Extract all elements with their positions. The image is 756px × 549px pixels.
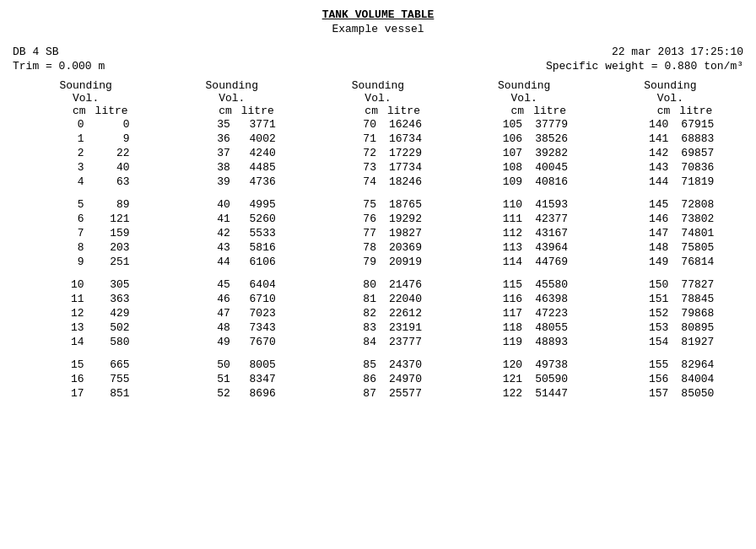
volume-value: 20369 [380, 240, 422, 255]
volume-value: 7670 [234, 335, 276, 349]
sounding-value: 1 [42, 132, 84, 146]
cell-group-3: 11646398 [451, 292, 597, 306]
volume-value: 37779 [526, 117, 568, 132]
sounding-value: 108 [480, 160, 522, 175]
sounding-value: 121 [480, 372, 522, 386]
cell-group-3: 11747223 [451, 306, 597, 320]
table-row: 1030545640480214761154558015077827 [13, 277, 743, 292]
cell-group-1: 435816 [159, 240, 305, 255]
data-table: 0035377170162461053777914067915193640027… [13, 117, 743, 401]
cell-group-4: 15582964 [597, 358, 743, 372]
sounding-value: 50 [188, 358, 230, 372]
sounding-value: 5 [42, 197, 84, 212]
cell-group-2: 7116734 [305, 132, 451, 146]
sounding-value: 47 [188, 306, 230, 320]
sounding-value: 73 [334, 160, 376, 175]
sounding-value: 109 [480, 175, 522, 189]
table-row: 612141526076192921114237714673802 [13, 212, 743, 226]
sounding-value: 87 [334, 386, 376, 401]
volume-value: 5260 [234, 212, 276, 226]
sounding-value: 83 [334, 320, 376, 335]
cell-group-1: 394736 [159, 175, 305, 189]
volume-value: 17229 [380, 146, 422, 160]
cell-group-1: 508005 [159, 358, 305, 372]
cell-group-3: 11041593 [451, 197, 597, 212]
sounding-value: 84 [334, 335, 376, 349]
cell-group-1: 528696 [159, 386, 305, 401]
cell-group-4: 15380895 [597, 320, 743, 335]
sounding-value: 118 [480, 320, 522, 335]
sounding-value: 141 [626, 132, 668, 146]
volume-value: 9 [88, 132, 130, 146]
table-row: 1566550800585243701204973815582964 [13, 358, 743, 372]
row-spacer [13, 269, 743, 277]
sounding-value: 114 [480, 255, 522, 269]
volume-value: 4736 [234, 175, 276, 189]
sounding-value: 4 [42, 175, 84, 189]
cell-group-2: 7317734 [305, 160, 451, 175]
cell-group-3: 11142377 [451, 212, 597, 226]
date-label: 22 mar 2013 17:25:10 [612, 46, 743, 58]
cell-group-1: 466710 [159, 292, 305, 306]
volume-value: 39282 [526, 146, 568, 160]
sounding-value: 3 [42, 160, 84, 175]
volume-value: 44769 [526, 255, 568, 269]
cell-group-0: 7159 [13, 226, 159, 240]
sounding-value: 14 [42, 335, 84, 349]
cell-group-0: 00 [13, 117, 159, 132]
volume-value: 0 [88, 117, 130, 132]
sounding-value: 72 [334, 146, 376, 160]
sounding-value: 111 [480, 212, 522, 226]
cell-group-3: 10840045 [451, 160, 597, 175]
volume-value: 47223 [526, 306, 568, 320]
volume-value: 81927 [672, 335, 714, 349]
cell-group-1: 487343 [159, 320, 305, 335]
vessel-name: Example vessel [13, 23, 743, 35]
cell-group-2: 8222612 [305, 306, 451, 320]
volume-value: 80895 [672, 320, 714, 335]
volume-value: 70836 [672, 160, 714, 175]
cell-group-3: 11545580 [451, 277, 597, 292]
sounding-value: 107 [480, 146, 522, 160]
sounding-value: 144 [626, 175, 668, 189]
cell-group-1: 477023 [159, 306, 305, 320]
sounding-value: 0 [42, 117, 84, 132]
volume-value: 17734 [380, 160, 422, 175]
sounding-value: 44 [188, 255, 230, 269]
volume-value: 82964 [672, 358, 714, 372]
cell-group-2: 7820369 [305, 240, 451, 255]
volume-value: 89 [88, 197, 130, 212]
cell-group-2: 7217229 [305, 146, 451, 160]
cell-group-2: 8624970 [305, 372, 451, 386]
cell-group-3: 10537779 [451, 117, 597, 132]
sounding-value: 119 [480, 335, 522, 349]
cell-group-3: 11243167 [451, 226, 597, 240]
cell-group-0: 17851 [13, 386, 159, 401]
table-row: 0035377170162461053777914067915 [13, 117, 743, 132]
sounding-value: 86 [334, 372, 376, 386]
sounding-value: 147 [626, 226, 668, 240]
cell-group-1: 384485 [159, 160, 305, 175]
volume-value: 5816 [234, 240, 276, 255]
volume-value: 43964 [526, 240, 568, 255]
volume-value: 49738 [526, 358, 568, 372]
sounding-value: 85 [334, 358, 376, 372]
sounding-value: 155 [626, 358, 668, 372]
sounding-value: 74 [334, 175, 376, 189]
volume-value: 24370 [380, 358, 422, 372]
volume-value: 19292 [380, 212, 422, 226]
sounding-value: 43 [188, 240, 230, 255]
cell-group-1: 364002 [159, 132, 305, 146]
cell-group-2: 8021476 [305, 277, 451, 292]
sounding-value: 146 [626, 212, 668, 226]
sounding-value: 78 [334, 240, 376, 255]
volume-value: 7023 [234, 306, 276, 320]
sounding-value: 116 [480, 292, 522, 306]
volume-value: 46398 [526, 292, 568, 306]
cell-group-0: 12429 [13, 306, 159, 320]
volume-value: 8005 [234, 358, 276, 372]
cell-group-3: 11948893 [451, 335, 597, 349]
volume-value: 84004 [672, 372, 714, 386]
sounding-value: 149 [626, 255, 668, 269]
sounding-value: 71 [334, 132, 376, 146]
